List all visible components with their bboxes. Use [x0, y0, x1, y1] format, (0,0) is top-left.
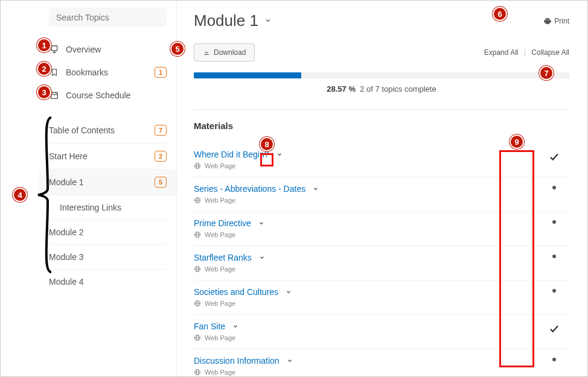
material-type: Web Page — [205, 162, 235, 169]
collapse-all-link[interactable]: Collapse All — [531, 48, 569, 57]
print-label: Print — [554, 17, 569, 25]
materials-list: Where Did it Begin?Web PageSeries - Abbr… — [194, 143, 569, 376]
incomplete-dot-icon — [552, 255, 556, 258]
material-item: Societies and CulturesWeb Page — [194, 280, 569, 315]
print-button[interactable]: Print — [543, 17, 569, 25]
material-link[interactable]: Starfleet Ranks — [194, 253, 252, 262]
toc-table-of-contents[interactable]: Table of Contents 7 — [49, 118, 167, 144]
material-expand[interactable] — [258, 218, 264, 229]
progress-detail: 2 of 7 topics complete — [360, 84, 436, 93]
checkmark-icon — [549, 151, 560, 162]
expand-collapse-links: Expand All | Collapse All — [484, 48, 569, 57]
toc-label: Module 3 — [49, 252, 84, 262]
completion-status[interactable] — [539, 183, 569, 189]
main-content: Module 1 Print Download Expand All | Col… — [177, 1, 587, 376]
annotation-9: 9 — [510, 135, 524, 149]
toolbar: Download Expand All | Collapse All — [194, 43, 569, 62]
material-link[interactable]: Discussion Information — [194, 356, 280, 366]
material-link[interactable]: Societies and Cultures — [194, 287, 278, 297]
sidebar-overview[interactable]: Overview — [49, 38, 167, 61]
annotation-4: 4 — [13, 188, 27, 202]
material-type: Web Page — [205, 265, 235, 273]
sidebar-bookmarks[interactable]: Bookmarks 1 — [49, 61, 167, 84]
chevron-down-icon — [264, 17, 272, 24]
download-button[interactable]: Download — [194, 43, 255, 62]
material-link[interactable]: Fan Site — [194, 322, 225, 331]
annotation-6: 6 — [493, 7, 507, 21]
material-expand[interactable] — [276, 149, 283, 160]
annotation-2: 2 — [37, 62, 51, 76]
toc-module-3[interactable]: Module 3 — [49, 245, 167, 270]
toc-label: Table of Contents — [49, 125, 115, 135]
material-expand[interactable] — [287, 355, 293, 366]
material-item: Discussion InformationWeb Page — [194, 349, 569, 376]
divider — [194, 109, 569, 110]
completion-status[interactable] — [539, 149, 569, 162]
chevron-down-icon — [313, 186, 319, 192]
toc-count-badge: 7 — [155, 125, 167, 136]
material-type: Web Page — [205, 334, 235, 341]
download-icon — [203, 49, 210, 56]
annotation-1: 1 — [37, 38, 51, 52]
completion-status[interactable] — [539, 218, 569, 224]
toc-start-here[interactable]: Start Here 2 — [49, 144, 167, 169]
checkmark-icon — [549, 323, 560, 334]
annotation-7: 7 — [539, 66, 554, 80]
material-type: Web Page — [205, 369, 235, 376]
material-item: Fan SiteWeb Page — [194, 315, 569, 349]
chevron-down-icon — [232, 323, 238, 329]
material-item: Series - Abbreviations - DatesWeb Page — [194, 177, 569, 212]
progress-fill — [194, 72, 301, 78]
material-expand[interactable] — [232, 321, 238, 332]
materials-heading: Materials — [194, 121, 569, 131]
material-link[interactable]: Where Did it Begin? — [194, 150, 269, 159]
globe-icon — [194, 300, 201, 307]
download-label: Download — [214, 48, 246, 57]
toc-label: Start Here — [49, 151, 88, 161]
toc-module-4[interactable]: Module 4 — [49, 270, 167, 294]
search-box[interactable] — [49, 8, 167, 27]
toc-count-badge: 5 — [155, 177, 167, 188]
material-expand[interactable] — [313, 183, 319, 194]
material-link[interactable]: Prime Directive — [194, 218, 251, 228]
sidebar-schedule-label: Course Schedule — [66, 90, 130, 100]
chevron-down-icon — [287, 358, 293, 364]
annotation-brace — [37, 116, 54, 273]
annotation-3: 3 — [37, 85, 51, 100]
toc-module-1[interactable]: Module 1 5 — [39, 169, 176, 195]
toc-interesting-links[interactable]: Interesting Links — [49, 195, 167, 220]
material-expand[interactable] — [286, 287, 292, 297]
material-type: Web Page — [205, 231, 235, 238]
sidebar-bookmarks-label: Bookmarks — [66, 68, 108, 77]
toc-count-badge: 2 — [155, 151, 167, 162]
toc-module-2[interactable]: Module 2 — [49, 220, 167, 245]
material-type: Web Page — [205, 300, 235, 307]
sidebar: Overview Bookmarks 1 Course Schedule Tab… — [1, 1, 177, 376]
sidebar-schedule[interactable]: Course Schedule — [49, 84, 167, 107]
link-divider: | — [524, 48, 526, 57]
completion-status[interactable] — [539, 321, 569, 334]
globe-icon — [194, 197, 201, 204]
expand-all-link[interactable]: Expand All — [484, 48, 519, 57]
globe-icon — [194, 265, 201, 273]
material-link[interactable]: Series - Abbreviations - Dates — [194, 184, 305, 194]
module-header: Module 1 Print — [194, 11, 569, 30]
page-title: Module 1 — [194, 11, 258, 30]
toc-label: Interesting Links — [60, 203, 121, 212]
bookmarks-count-badge: 1 — [155, 67, 167, 78]
progress-section: 28.57 % 2 of 7 topics complete — [194, 72, 569, 93]
annotation-5: 5 — [170, 42, 185, 56]
toc-label: Module 2 — [49, 227, 84, 237]
globe-icon — [194, 369, 201, 376]
search-input[interactable] — [56, 13, 162, 22]
completion-status[interactable] — [539, 252, 569, 258]
print-icon — [543, 17, 552, 25]
incomplete-dot-icon — [552, 289, 556, 293]
completion-status[interactable] — [539, 355, 569, 361]
progress-percent: 28.57 % — [327, 84, 356, 93]
title-dropdown[interactable] — [264, 16, 272, 27]
annotation-8: 8 — [260, 137, 274, 151]
svg-rect-2 — [51, 46, 57, 51]
completion-status[interactable] — [539, 287, 569, 293]
material-expand[interactable] — [259, 252, 265, 263]
